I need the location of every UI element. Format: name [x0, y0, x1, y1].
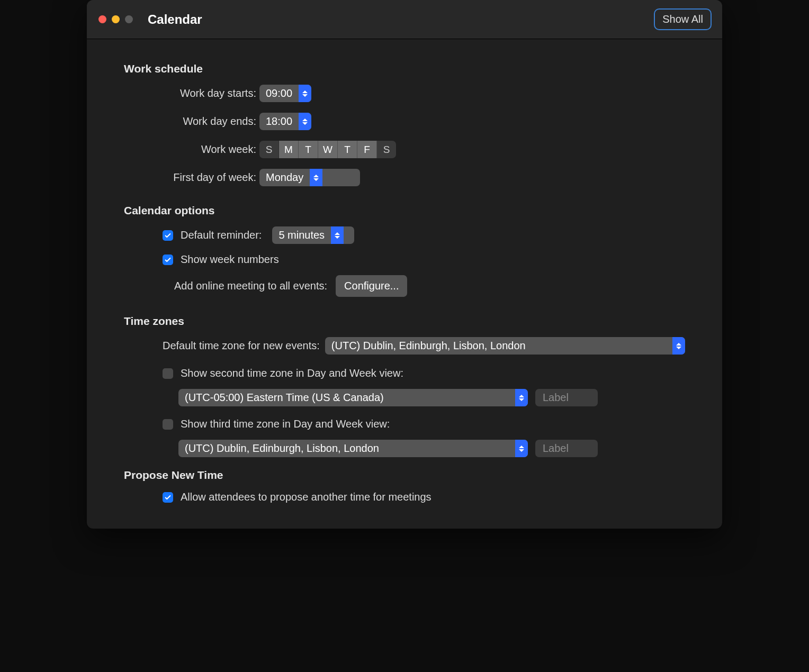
default-timezone-select[interactable]: (UTC) Dublin, Edinburgh, Lisbon, London [325, 337, 685, 355]
content: Work schedule Work day starts: 09:00 Wor… [87, 39, 722, 529]
work-day-starts-value: 09:00 [259, 85, 299, 102]
allow-propose-checkbox[interactable] [163, 492, 173, 503]
configure-button[interactable]: Configure... [336, 275, 407, 297]
minimize-window-icon[interactable] [112, 15, 120, 23]
second-timezone-labelbox[interactable]: Label [535, 389, 598, 406]
close-window-icon[interactable] [98, 15, 106, 23]
work-week-day-0[interactable]: S [259, 141, 279, 158]
work-week-day-2[interactable]: T [299, 141, 318, 158]
page-title: Calendar [148, 12, 202, 27]
second-timezone-label: Show second time zone in Day and Week vi… [181, 367, 403, 379]
online-meeting-label: Add online meeting to all events: [174, 280, 327, 292]
work-week-day-1[interactable]: M [279, 141, 299, 158]
default-timezone-value: (UTC) Dublin, Edinburgh, Lisbon, London [325, 337, 672, 355]
week-numbers-checkbox[interactable] [163, 255, 173, 265]
work-day-ends-label: Work day ends: [124, 115, 259, 128]
third-timezone-value: (UTC) Dublin, Edinburgh, Lisbon, London [178, 440, 515, 457]
first-day-select[interactable]: Monday [259, 169, 360, 186]
stepper-icon [672, 337, 685, 355]
work-week-day-6[interactable]: S [377, 141, 396, 158]
window-controls [98, 15, 133, 23]
stepper-icon [299, 85, 311, 102]
third-timezone-labelbox[interactable]: Label [535, 440, 598, 457]
default-reminder-select[interactable]: 5 minutes [272, 226, 354, 244]
week-numbers-label: Show week numbers [181, 253, 279, 266]
section-calendar-options: Calendar options [124, 204, 685, 217]
second-timezone-checkbox[interactable] [163, 368, 173, 379]
second-timezone-select[interactable]: (UTC-05:00) Eastern Time (US & Canada) [178, 389, 528, 406]
check-icon [164, 494, 172, 501]
third-timezone-label: Show third time zone in Day and Week vie… [181, 418, 390, 430]
check-icon [164, 256, 172, 264]
work-day-ends-select[interactable]: 18:00 [259, 113, 311, 130]
default-reminder-value: 5 minutes [272, 226, 331, 244]
stepper-icon [515, 389, 528, 406]
work-week-day-3[interactable]: W [318, 141, 338, 158]
work-week-day-4[interactable]: T [338, 141, 357, 158]
section-propose-time: Propose New Time [124, 469, 685, 482]
work-day-starts-select[interactable]: 09:00 [259, 85, 311, 102]
check-icon [164, 232, 172, 239]
third-timezone-select[interactable]: (UTC) Dublin, Edinburgh, Lisbon, London [178, 440, 528, 457]
default-reminder-checkbox[interactable] [163, 230, 173, 241]
show-all-button[interactable]: Show All [654, 8, 712, 30]
section-work-schedule: Work schedule [124, 62, 685, 75]
work-week-label: Work week: [124, 143, 259, 156]
third-timezone-checkbox[interactable] [163, 419, 173, 430]
default-timezone-label: Default time zone for new events: [163, 340, 320, 352]
section-time-zones: Time zones [124, 315, 685, 328]
stepper-icon [331, 226, 344, 244]
preferences-window: Calendar Show All Work schedule Work day… [87, 0, 722, 529]
stepper-icon [310, 169, 322, 186]
work-day-ends-value: 18:00 [259, 113, 299, 130]
allow-propose-label: Allow attendees to propose another time … [181, 491, 432, 503]
stepper-icon [299, 113, 311, 130]
stepper-icon [515, 440, 528, 457]
titlebar: Calendar Show All [87, 0, 722, 39]
zoom-window-icon[interactable] [125, 15, 133, 23]
second-timezone-value: (UTC-05:00) Eastern Time (US & Canada) [178, 389, 515, 406]
default-reminder-label: Default reminder: [181, 229, 262, 241]
first-day-label: First day of week: [124, 171, 259, 184]
first-day-value: Monday [259, 169, 310, 186]
work-week-segmented[interactable]: SMTWTFS [259, 141, 396, 158]
work-week-day-5[interactable]: F [357, 141, 377, 158]
work-day-starts-label: Work day starts: [124, 87, 259, 99]
